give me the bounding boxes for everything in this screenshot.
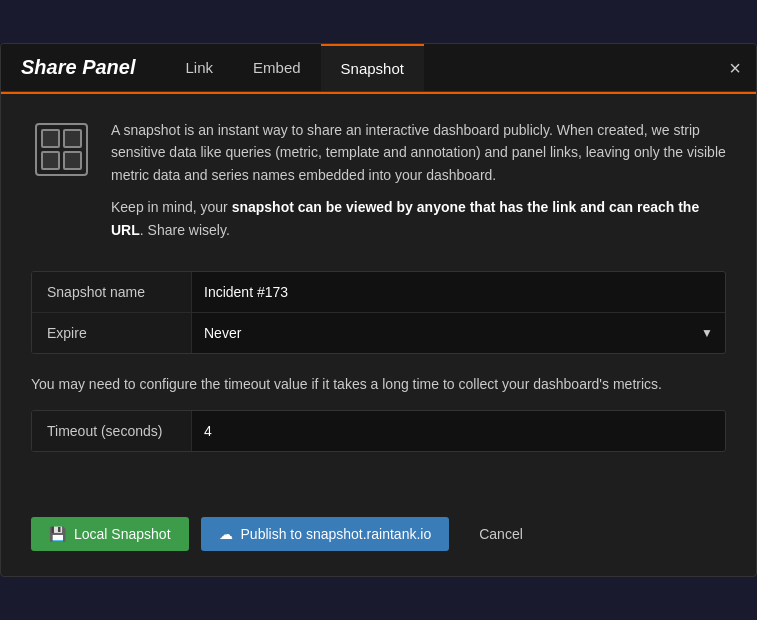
- timeout-form: Timeout (seconds): [31, 410, 726, 452]
- modal-body: A snapshot is an instant way to share an…: [1, 94, 756, 502]
- share-panel-modal: Share Panel Link Embed Snapshot × A snap…: [0, 43, 757, 577]
- close-button[interactable]: ×: [729, 58, 741, 78]
- description-paragraph-2: Keep in mind, your snapshot can be viewe…: [111, 196, 726, 241]
- svg-rect-3: [42, 152, 59, 169]
- svg-rect-2: [64, 130, 81, 147]
- local-snapshot-label: Local Snapshot: [74, 526, 171, 542]
- local-snapshot-button[interactable]: 💾 Local Snapshot: [31, 517, 189, 551]
- cloud-upload-icon: ☁: [219, 526, 233, 542]
- publish-snapshot-label: Publish to snapshot.raintank.io: [241, 526, 432, 542]
- expire-select-wrapper: Never 1 Hour 1 Day 7 Days ▼: [192, 315, 725, 351]
- timeout-input[interactable]: [192, 413, 725, 449]
- save-icon: 💾: [49, 526, 66, 542]
- snapshot-name-label: Snapshot name: [32, 272, 192, 312]
- form-row-expire: Expire Never 1 Hour 1 Day 7 Days ▼: [32, 313, 725, 353]
- tab-embed[interactable]: Embed: [233, 44, 321, 91]
- snapshot-icon: [31, 119, 91, 179]
- cancel-button[interactable]: Cancel: [461, 517, 541, 551]
- form-row-name: Snapshot name: [32, 272, 725, 313]
- svg-rect-1: [42, 130, 59, 147]
- tab-snapshot[interactable]: Snapshot: [321, 44, 424, 91]
- snapshot-svg-icon: [34, 122, 89, 177]
- description-paragraph-1: A snapshot is an instant way to share an…: [111, 119, 726, 186]
- form-row-timeout: Timeout (seconds): [32, 411, 725, 451]
- publish-snapshot-button[interactable]: ☁ Publish to snapshot.raintank.io: [201, 517, 450, 551]
- snapshot-description: A snapshot is an instant way to share an…: [111, 119, 726, 251]
- timeout-label: Timeout (seconds): [32, 411, 192, 451]
- modal-footer: 💾 Local Snapshot ☁ Publish to snapshot.r…: [1, 502, 756, 576]
- svg-rect-4: [64, 152, 81, 169]
- expire-select[interactable]: Never 1 Hour 1 Day 7 Days: [192, 315, 725, 351]
- cancel-label: Cancel: [479, 526, 523, 542]
- snapshot-name-input[interactable]: [192, 274, 725, 310]
- modal-header: Share Panel Link Embed Snapshot ×: [1, 44, 756, 92]
- tab-bar: Link Embed Snapshot: [166, 44, 424, 91]
- info-section: A snapshot is an instant way to share an…: [31, 119, 726, 251]
- timeout-note: You may need to configure the timeout va…: [31, 374, 726, 395]
- modal-title: Share Panel: [1, 44, 156, 91]
- desc2-prefix: Keep in mind, your: [111, 199, 232, 215]
- snapshot-form: Snapshot name Expire Never 1 Hour 1 Day …: [31, 271, 726, 354]
- tab-link[interactable]: Link: [166, 44, 234, 91]
- desc2-suffix: . Share wisely.: [140, 222, 230, 238]
- expire-label: Expire: [32, 313, 192, 353]
